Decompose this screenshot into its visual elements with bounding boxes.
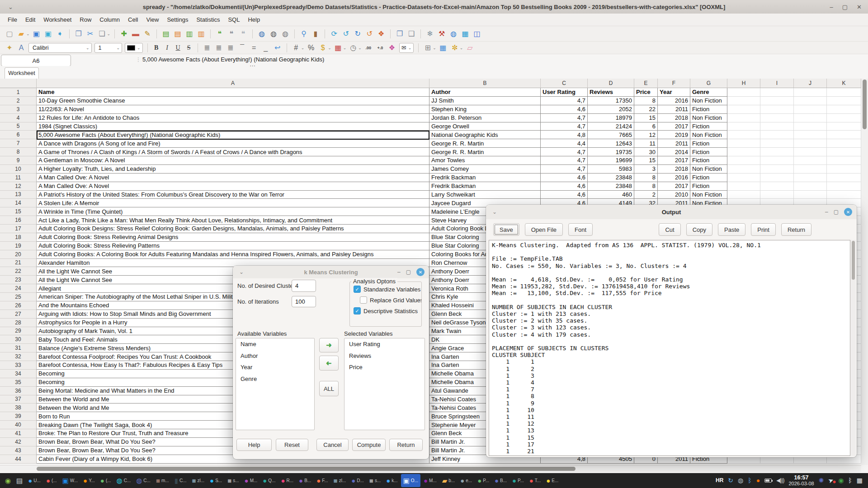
row-header-35[interactable]: 35 — [0, 378, 37, 387]
edit-comment-icon[interactable]: ❝ — [226, 28, 237, 39]
taskbar-app-11[interactable]: ■zl... — [189, 474, 207, 487]
cell-E13[interactable]: 2 — [634, 191, 658, 199]
taskbar-app-27[interactable]: ●P... — [475, 474, 491, 487]
variable-price[interactable]: Price — [344, 361, 425, 373]
cell-G8[interactable]: Fiction — [690, 148, 727, 156]
cell-A7[interactable]: A Dance with Dragons (A Song of Ice and … — [37, 139, 429, 148]
taskbar-app-13[interactable]: ■s... — [225, 474, 241, 487]
cell-C7[interactable]: 4,4 — [541, 139, 588, 148]
output-font-button[interactable]: Font — [568, 223, 593, 236]
cell-I8[interactable] — [760, 148, 794, 156]
cell-K2[interactable] — [827, 97, 861, 105]
col-header-F[interactable]: F — [658, 79, 690, 88]
web-icon[interactable]: ◍ — [448, 28, 459, 39]
time-format-dropdown-icon[interactable]: ⌄ — [358, 46, 362, 50]
row-header-13[interactable]: 13 — [0, 191, 37, 199]
cell-J6[interactable] — [794, 131, 827, 139]
col-header-D[interactable]: D — [588, 79, 634, 88]
cell-I3[interactable] — [760, 105, 794, 114]
cell-F4[interactable]: 2018 — [658, 114, 690, 122]
web-edit-icon[interactable]: ◍ — [268, 28, 279, 39]
row-header-41[interactable]: 41 — [0, 429, 37, 438]
cell-A3[interactable]: 11/22/63: A Novel — [37, 105, 429, 114]
cell-I2[interactable] — [760, 97, 794, 105]
cell-C12[interactable]: 4,6 — [541, 182, 588, 191]
cell-G12[interactable]: Fiction — [690, 182, 727, 191]
cell-C5[interactable]: 4,7 — [541, 122, 588, 131]
bluetooth-tray-icon[interactable]: ᛒ — [848, 477, 852, 483]
cell-I5[interactable] — [760, 122, 794, 131]
cell-I11[interactable] — [760, 174, 794, 182]
splitter-handle-icon[interactable]: ⋯ — [250, 62, 255, 69]
checkbox-standardize-variables[interactable]: ✓ — [354, 286, 361, 293]
cell-A6[interactable]: 5,000 Awesome Facts (About Everything!) … — [37, 131, 429, 139]
cell-D11[interactable]: 23848 — [588, 174, 634, 182]
network-icon[interactable]: ◍ — [738, 477, 743, 483]
cut-icon[interactable]: ✂ — [85, 28, 96, 39]
row-header-14[interactable]: 14 — [0, 199, 37, 207]
checkbox-replace-grid-values[interactable] — [360, 296, 367, 304]
cell-G7[interactable]: Fiction — [690, 139, 727, 148]
cell-H6[interactable] — [727, 131, 760, 139]
maximize-icon[interactable]: ▢ — [842, 4, 848, 10]
cell-F11[interactable]: 2016 — [658, 174, 690, 182]
cell-A12[interactable]: A Man Called Ove: A Novel — [37, 182, 429, 191]
minimize-icon[interactable]: – — [830, 4, 833, 10]
cell-J3[interactable] — [794, 105, 827, 114]
col-header-C[interactable]: C — [541, 79, 588, 88]
protect-cells-icon[interactable]: ✼ — [449, 42, 460, 53]
align-center-icon[interactable]: ≣ — [213, 42, 224, 53]
row-header-22[interactable]: 22 — [0, 267, 37, 276]
cell-K9[interactable] — [827, 156, 861, 165]
taskbar-app-8[interactable]: ◍C... — [134, 474, 153, 487]
kmeans-minimize-icon[interactable]: – — [397, 269, 401, 275]
delete-row-icon[interactable]: ▤ — [172, 28, 183, 39]
number-format-icon[interactable]: # — [291, 42, 302, 53]
cell-C4[interactable]: 4,7 — [541, 114, 588, 122]
taskbar-app-24[interactable]: ●M... — [421, 474, 439, 487]
cell-I4[interactable] — [760, 114, 794, 122]
cell-J13[interactable] — [794, 191, 827, 199]
add-decimal-icon[interactable]: .00 — [363, 42, 374, 53]
cell-K12[interactable] — [827, 182, 861, 191]
output-maximize-icon[interactable]: ▢ — [834, 209, 839, 215]
cell-E8[interactable]: 30 — [634, 148, 658, 156]
cell-F7[interactable]: 2011 — [658, 139, 690, 148]
cell-H9[interactable] — [727, 156, 760, 165]
move-right-button[interactable]: ➜ — [319, 338, 339, 352]
cell-D2[interactable]: 17350 — [588, 97, 634, 105]
cell-I7[interactable] — [760, 139, 794, 148]
cell-G11[interactable]: Fiction — [690, 174, 727, 182]
cell-G3[interactable]: Fiction — [690, 105, 727, 114]
cell-K13[interactable] — [827, 191, 861, 199]
cell-I9[interactable] — [760, 156, 794, 165]
cell-A4[interactable]: 12 Rules for Life: An Antidote to Chaos — [37, 114, 429, 122]
cell-G4[interactable]: Non Fiction — [690, 114, 727, 122]
cell-K6[interactable] — [827, 131, 861, 139]
output-scrollbar[interactable] — [851, 240, 856, 456]
menu-statistics[interactable]: Statistics — [192, 14, 224, 25]
cell-A15[interactable]: A Wrinkle in Time (Time Quintet) — [37, 207, 429, 216]
cell-E7[interactable]: 11 — [634, 139, 658, 148]
insert-row-icon[interactable]: ▤ — [160, 28, 171, 39]
cell-E9[interactable]: 15 — [634, 156, 658, 165]
cell-F1[interactable]: Year — [658, 88, 690, 97]
taskbar-app-25[interactable]: ▰b... — [440, 474, 457, 487]
cell-F10[interactable]: 2018 — [658, 165, 690, 174]
output-text-area[interactable]: K-Means Clustering. Adapted from AS 136 … — [489, 240, 850, 456]
menu-row[interactable]: Row — [75, 14, 95, 25]
taskbar-app-28[interactable]: ●B... — [492, 474, 509, 487]
cell-A18[interactable]: Adult Coloring Book: Stress Relieving An… — [37, 233, 429, 242]
menu-worksheet[interactable]: Worksheet — [39, 14, 75, 25]
cell-K10[interactable] — [827, 165, 861, 174]
cell-D7[interactable]: 12643 — [588, 139, 634, 148]
recalculate-icon[interactable]: ↺ — [340, 28, 351, 39]
valign-bottom-icon[interactable]: _ — [260, 42, 271, 53]
output-menu-icon[interactable]: ⌄ — [492, 209, 497, 215]
protect-cells-dropdown-icon[interactable]: ⌄ — [460, 46, 463, 50]
row-header-38[interactable]: 38 — [0, 404, 37, 412]
font-color-dropdown-icon[interactable]: ⌄ — [137, 46, 141, 50]
menu-edit[interactable]: Edit — [21, 14, 39, 25]
open-file-dropdown-icon[interactable]: ⌄ — [26, 32, 30, 36]
cell-C3[interactable]: 4,6 — [541, 105, 588, 114]
